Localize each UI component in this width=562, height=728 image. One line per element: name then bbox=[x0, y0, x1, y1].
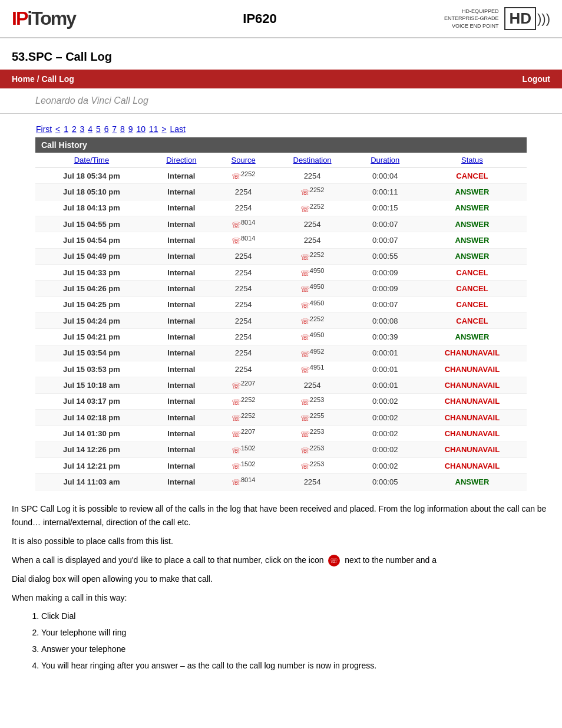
call-history-table: Date/Time Direction Source Destination D… bbox=[35, 153, 527, 490]
cell-duration: 0:00:09 bbox=[353, 264, 418, 280]
col-direction[interactable]: Direction bbox=[148, 153, 215, 168]
cell-destination: ☏2253 bbox=[272, 442, 353, 457]
table-row: Jul 15 04:49 pm Internal 2254 ☏2252 0:00… bbox=[35, 248, 527, 264]
cell-status: CHANUNAVAIL bbox=[418, 442, 527, 457]
phone-icon[interactable]: ☏ bbox=[232, 414, 241, 423]
phone-icon[interactable]: ☏ bbox=[300, 189, 310, 197]
phone-icon[interactable]: ☏ bbox=[232, 172, 241, 181]
cell-source: ☏2252 bbox=[215, 168, 272, 184]
phone-icon[interactable]: ☏ bbox=[300, 398, 310, 407]
cell-status: CHANUNAVAIL bbox=[418, 426, 527, 442]
hd-description: HD-EQUIPPED ENTERPRISE-GRADE VOICE END P… bbox=[444, 8, 499, 30]
cell-status: ANSWER bbox=[418, 248, 527, 264]
cell-direction: Internal bbox=[148, 442, 215, 457]
cell-datetime: Jul 15 10:18 am bbox=[35, 377, 148, 393]
breadcrumb[interactable]: Home / Call Log bbox=[12, 74, 74, 84]
phone-icon[interactable]: ☏ bbox=[300, 301, 310, 310]
cell-source: 2254 bbox=[215, 248, 272, 264]
cell-direction: Internal bbox=[148, 393, 215, 409]
cell-direction: Internal bbox=[148, 474, 215, 490]
pagination-4[interactable]: 4 bbox=[88, 124, 92, 134]
phone-icon[interactable]: ☏ bbox=[300, 269, 310, 278]
cell-source: ☏1502 bbox=[215, 457, 272, 473]
pagination-lt[interactable]: < bbox=[55, 124, 60, 134]
table-row: Jul 14 01:30 pm Internal ☏2207 ☏2253 0:0… bbox=[35, 426, 527, 442]
page-header: IPiTomy IP620 HD-EQUIPPED ENTERPRISE-GRA… bbox=[0, 0, 562, 38]
source-number: 2254 bbox=[235, 365, 252, 374]
col-datetime[interactable]: Date/Time bbox=[35, 153, 148, 168]
phone-icon[interactable]: ☏ bbox=[300, 317, 310, 326]
inline-phone-icon: ☏ bbox=[328, 555, 340, 566]
phone-icon[interactable]: ☏ bbox=[232, 398, 241, 407]
phone-icon[interactable]: ☏ bbox=[232, 382, 241, 391]
cell-duration: 0:00:07 bbox=[353, 216, 418, 232]
phone-icon[interactable]: ☏ bbox=[232, 479, 241, 487]
col-duration[interactable]: Duration bbox=[353, 153, 418, 168]
phone-icon[interactable]: ☏ bbox=[300, 205, 310, 213]
cell-datetime: Jul 14 12:26 pm bbox=[35, 442, 148, 457]
cell-status: ANSWER bbox=[418, 200, 527, 216]
col-destination[interactable]: Destination bbox=[272, 153, 353, 168]
phone-icon[interactable]: ☏ bbox=[300, 446, 310, 455]
logout-button[interactable]: Logout bbox=[523, 74, 550, 84]
pagination-3[interactable]: 3 bbox=[80, 124, 85, 134]
phone-icon[interactable]: ☏ bbox=[232, 462, 241, 471]
phone-icon[interactable]: ☏ bbox=[232, 220, 241, 229]
cell-datetime: Jul 18 05:34 pm bbox=[35, 168, 148, 184]
cell-datetime: Jul 15 04:33 pm bbox=[35, 264, 148, 280]
phone-icon[interactable]: ☏ bbox=[232, 430, 241, 439]
pagination-gt[interactable]: > bbox=[161, 124, 166, 134]
table-row: Jul 14 12:26 pm Internal ☏1502 ☏2253 0:0… bbox=[35, 442, 527, 457]
cell-source: ☏2207 bbox=[215, 377, 272, 393]
cell-source: 2254 bbox=[215, 361, 272, 377]
pagination-5[interactable]: 5 bbox=[96, 124, 101, 134]
step-2: Your telephone will ring bbox=[41, 626, 550, 640]
phone-icon[interactable]: ☏ bbox=[300, 285, 310, 294]
pagination-8[interactable]: 8 bbox=[120, 124, 125, 134]
phone-icon[interactable]: ☏ bbox=[232, 237, 241, 246]
pagination-last[interactable]: Last bbox=[170, 124, 185, 134]
phone-icon[interactable]: ☏ bbox=[300, 350, 310, 358]
pagination-2[interactable]: 2 bbox=[72, 124, 77, 134]
pagination-first[interactable]: First bbox=[36, 124, 52, 134]
pagination-6[interactable]: 6 bbox=[104, 124, 109, 134]
cell-status: CANCEL bbox=[418, 168, 527, 184]
pagination-11[interactable]: 11 bbox=[149, 124, 158, 134]
phone-icon[interactable]: ☏ bbox=[300, 365, 310, 374]
cell-destination: ☏4950 bbox=[272, 297, 353, 312]
cell-direction: Internal bbox=[148, 361, 215, 377]
cell-direction: Internal bbox=[148, 345, 215, 361]
pagination-7[interactable]: 7 bbox=[112, 124, 117, 134]
pagination[interactable]: First < 1 2 3 4 5 6 7 8 9 10 11 > Last bbox=[0, 114, 562, 137]
phone-icon[interactable]: ☏ bbox=[300, 253, 310, 262]
source-number: 2254 bbox=[235, 317, 252, 325]
cell-datetime: Jul 14 12:21 pm bbox=[35, 457, 148, 473]
logo: IPiTomy bbox=[12, 8, 75, 29]
cell-direction: Internal bbox=[148, 297, 215, 312]
section-header: Call History bbox=[35, 137, 527, 153]
dest-number: 2254 bbox=[304, 381, 321, 390]
desc-para1: In SPC Call Log it is possible to review… bbox=[12, 502, 550, 531]
cell-duration: 0:00:11 bbox=[353, 184, 418, 200]
pagination-10[interactable]: 10 bbox=[136, 124, 146, 134]
source-number: 2254 bbox=[235, 300, 252, 309]
source-number: 2254 bbox=[235, 203, 252, 212]
pagination-1[interactable]: 1 bbox=[64, 124, 68, 134]
cell-duration: 0:00:09 bbox=[353, 281, 418, 297]
phone-icon[interactable]: ☏ bbox=[232, 446, 241, 455]
table-row: Jul 14 12:21 pm Internal ☏1502 ☏2253 0:0… bbox=[35, 457, 527, 473]
phone-icon[interactable]: ☏ bbox=[300, 414, 310, 423]
table-row: Jul 15 10:18 am Internal ☏2207 2254 0:00… bbox=[35, 377, 527, 393]
cell-direction: Internal bbox=[148, 232, 215, 248]
col-status[interactable]: Status bbox=[418, 153, 527, 168]
cell-datetime: Jul 15 03:54 pm bbox=[35, 345, 148, 361]
col-source[interactable]: Source bbox=[215, 153, 272, 168]
pagination-9[interactable]: 9 bbox=[128, 124, 133, 134]
desc-para4: Dial dialog box will open allowing you t… bbox=[12, 572, 550, 587]
cell-destination: 2254 bbox=[272, 168, 353, 184]
cell-source: 2254 bbox=[215, 312, 272, 328]
cell-datetime: Jul 18 04:13 pm bbox=[35, 200, 148, 216]
phone-icon[interactable]: ☏ bbox=[300, 334, 310, 342]
phone-icon[interactable]: ☏ bbox=[300, 430, 310, 439]
phone-icon[interactable]: ☏ bbox=[300, 462, 310, 471]
